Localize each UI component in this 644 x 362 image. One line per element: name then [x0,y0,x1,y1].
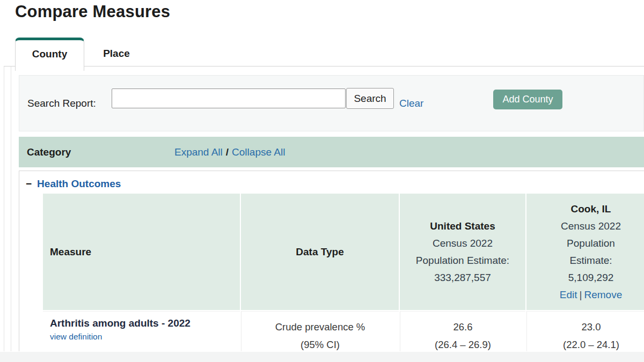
tab-county[interactable]: County [15,38,84,71]
expand-all-link[interactable]: Expand All [174,146,223,158]
us-value-cell: 26.6 (26.4 – 26.9) [400,311,525,351]
category-header-bar: Category Expand All / Collapse All [19,137,644,167]
us-column-name: United States [430,218,495,235]
cook-column-actions: Edit|Remove [560,286,622,304]
search-report-input[interactable] [112,88,346,108]
tab-place-label: Place [103,48,130,60]
collapse-minus-icon[interactable]: − [26,178,32,190]
cook-census-line: Census 2022 [561,218,621,235]
measure-name: Arthritis among adults - 2022 [50,317,240,329]
collapse-all-link[interactable]: Collapse All [232,146,285,158]
search-report-panel: Search Report: Search Clear Add County [19,75,644,131]
cook-value: 23.0 [581,318,601,336]
tab-place[interactable]: Place [84,41,149,66]
us-value: 26.6 [453,318,472,336]
compare-measures-table: Measure Data Type United States Census 2… [43,194,644,351]
united-states-column-header: United States Census 2022 Population Est… [400,194,525,310]
measure-column-header: Measure [43,194,240,310]
table-header-row: Measure Data Type United States Census 2… [43,194,644,310]
search-report-label: Search Report: [27,76,96,131]
us-confidence-interval: (26.4 – 26.9) [435,336,491,351]
data-type-column-header: Data Type [241,194,399,310]
expand-collapse-controls: Expand All / Collapse All [174,137,285,167]
category-label: Category [27,137,71,167]
clear-link[interactable]: Clear [399,76,423,131]
edit-county-link[interactable]: Edit [560,289,577,300]
cook-confidence-interval: (22.0 – 24.1) [563,336,619,351]
us-population-label: Population Estimate: [416,252,509,269]
us-census-line: Census 2022 [433,235,493,252]
cook-column-name: Cook, IL [571,201,611,218]
tab-bar-divider [4,66,644,67]
add-county-button[interactable]: Add County [493,90,562,109]
compare-measures-page: Compare Measures County Place Search Rep… [0,0,644,362]
data-type-line-2: (95% CI) [301,336,340,351]
table-row: Arthritis among adults - 2022 view defin… [43,311,644,351]
expand-collapse-separator: / [226,146,229,158]
health-outcomes-link[interactable]: Health Outcomes [37,178,121,190]
edit-remove-separator: | [577,289,584,300]
cook-value-cell: 23.0 (22.0 – 24.1) [526,311,644,351]
search-button[interactable]: Search [346,88,394,109]
view-definition-link[interactable]: view definition [50,332,102,342]
health-outcomes-section: − Health Outcomes Measure Data Type Unit… [19,171,644,351]
cook-population-value: 5,109,292 [568,269,614,286]
cook-population-label-1: Population [567,235,615,252]
panel-outer-border [4,67,4,351]
cook-population-label-2: Estimate: [569,252,612,269]
us-population-value: 333,287,557 [434,269,491,286]
panel-inner-border [11,67,11,351]
data-type-line-1: Crude prevalence % [275,318,365,336]
measure-cell: Arthritis among adults - 2022 view defin… [43,311,240,351]
page-title: Compare Measures [15,2,170,21]
page-bottom-strip [0,352,644,362]
remove-county-link[interactable]: Remove [584,289,622,300]
cook-il-column-header: Cook, IL Census 2022 Population Estimate… [526,194,644,310]
data-type-cell: Crude prevalence % (95% CI) [241,311,399,351]
tab-county-label: County [32,48,67,71]
section-header-row: − Health Outcomes [19,171,644,190]
